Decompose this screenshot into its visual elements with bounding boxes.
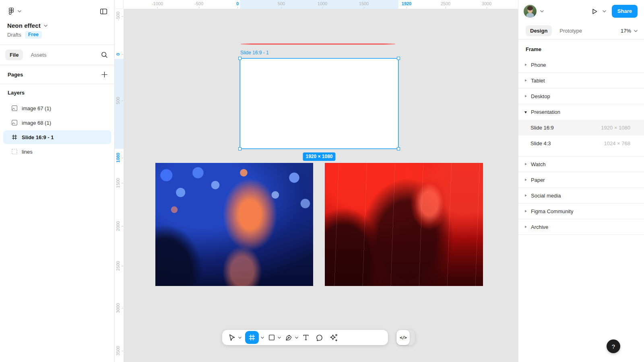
canvas[interactable]: -500 0 500 1080 1500 2000 2500 3000 3500… (115, 0, 518, 362)
resize-handle-nw[interactable] (238, 57, 242, 60)
chevron-down-icon[interactable] (540, 10, 544, 12)
chevron-down-icon[interactable] (278, 337, 281, 339)
frame-group-label: Watch (531, 161, 545, 167)
collapse-sidebar-button[interactable] (99, 7, 108, 16)
ruler-label: 1000 (318, 1, 327, 6)
file-title[interactable]: Neon effect (7, 22, 41, 29)
tab-prototype[interactable]: Prototype (559, 28, 582, 34)
frame-group-archive[interactable]: Archive (518, 219, 644, 235)
help-button[interactable]: ? (607, 339, 620, 353)
tab-design[interactable]: Design (526, 25, 552, 36)
ruler-label: 1500 (116, 178, 120, 188)
chevron-down-icon (18, 10, 21, 12)
logo-row (7, 6, 108, 16)
resize-handle-sw[interactable] (238, 147, 242, 150)
zoom-level-dropdown[interactable]: 17% (621, 28, 638, 34)
frame-group-desktop[interactable]: Desktop (518, 88, 644, 104)
frame-group-social-media[interactable]: Social media (518, 188, 644, 204)
pen-tool-button[interactable] (285, 333, 293, 342)
chevron-down-icon[interactable] (603, 10, 606, 12)
chevron-down-icon[interactable] (44, 25, 47, 27)
frame-option-size: 1024 × 768 (604, 140, 630, 146)
frame-group-figma-community[interactable]: Figma Community (518, 204, 644, 219)
add-page-button[interactable] (101, 71, 108, 78)
frame-option-slide-4-3[interactable]: Slide 4:3 1024 × 768 (518, 136, 644, 151)
frame-group-label: Figma Community (531, 208, 573, 214)
image-icon (11, 119, 18, 126)
frame-size-badge: 1920 × 1080 (303, 152, 335, 161)
frame-group-presentation[interactable]: Presentation (518, 104, 644, 120)
comment-tool-button[interactable] (315, 333, 324, 342)
bottom-toolbar (222, 330, 388, 345)
layer-row-image-67[interactable]: image 67 (1) (3, 101, 111, 115)
ruler-label: 1920 (402, 1, 411, 6)
frame-option-slide-16-9[interactable]: Slide 16:9 1920 × 1080 (518, 120, 644, 136)
shape-tool-button[interactable] (268, 333, 276, 341)
chevron-down-icon[interactable] (261, 337, 264, 339)
tab-file[interactable]: File (5, 49, 23, 60)
ruler-label: 3500 (116, 346, 120, 356)
avatar[interactable] (524, 5, 537, 18)
zoom-level-value: 17% (621, 28, 631, 34)
frame-option-label: Slide 16:9 (530, 125, 554, 131)
layer-row-slide-16-9[interactable]: Slide 16:9 - 1 (3, 130, 111, 144)
frame-group-label: Desktop (531, 93, 550, 99)
frame-group-phone[interactable]: Phone (518, 57, 644, 73)
layer-label: image 68 (1) (22, 120, 51, 126)
red-line-object[interactable] (241, 43, 395, 45)
frame-tool-button[interactable] (245, 331, 259, 344)
ruler-label: -1000 (152, 1, 163, 6)
frame-group-label: Paper (531, 177, 545, 183)
ruler-label: 1500 (359, 1, 369, 6)
share-button[interactable]: Share (612, 5, 638, 18)
frame-templates-panel: Frame Phone Tablet Desktop Presentation (518, 39, 644, 235)
frame-group-label: Social media (531, 193, 561, 199)
ruler-label: 2500 (441, 1, 450, 6)
frame-group-tablet[interactable]: Tablet (518, 73, 644, 88)
text-tool-button[interactable] (302, 333, 310, 341)
move-tool-button[interactable] (228, 333, 236, 342)
layers-panel: Layers image 67 (1) image 68 (1) (0, 84, 114, 158)
layers-title: Layers (0, 90, 114, 101)
triangle-right-icon (524, 79, 527, 82)
ruler-tick (122, 308, 123, 309)
frame-group-watch[interactable]: Watch (518, 156, 644, 172)
pages-section: Pages (0, 65, 114, 84)
chevron-down-icon[interactable] (295, 337, 298, 339)
tab-assets[interactable]: Assets (31, 52, 46, 58)
triangle-down-icon (524, 111, 527, 114)
present-play-button[interactable] (590, 7, 599, 16)
ruler-label: 2000 (116, 221, 120, 231)
layer-row-image-68[interactable]: image 68 (1) (3, 116, 111, 130)
resize-handle-ne[interactable] (397, 57, 400, 60)
resize-handle-se[interactable] (397, 147, 400, 150)
right-sidebar-header: Share (518, 0, 644, 23)
frame-option-size: 1920 × 1080 (601, 125, 630, 131)
actions-tool-button[interactable] (329, 333, 338, 342)
layer-label: Slide 16:9 - 1 (22, 134, 54, 140)
selected-frame[interactable] (240, 59, 398, 148)
layer-label: image 67 (1) (22, 105, 51, 111)
code-icon: </> (396, 330, 410, 345)
ruler-tick (122, 101, 123, 101)
search-icon[interactable] (101, 51, 108, 58)
plan-badge[interactable]: Free (25, 31, 42, 39)
main-menu-button[interactable] (7, 7, 21, 16)
selected-frame-label[interactable]: Slide 16:9 - 1 (240, 50, 269, 56)
ruler-label: -500 (194, 1, 203, 6)
project-link[interactable]: Drafts (7, 32, 21, 38)
left-sidebar: Neon effect Drafts Free File Assets Page… (0, 0, 115, 362)
ruler-label: 2500 (116, 261, 120, 271)
frame-group-paper[interactable]: Paper (518, 172, 644, 188)
figma-logo-icon (7, 7, 15, 16)
layer-row-lines[interactable]: lines (3, 145, 111, 158)
left-sidebar-header: Neon effect Drafts Free (0, 0, 114, 45)
chevron-down-icon[interactable] (238, 337, 242, 339)
image-blue-neon-portrait[interactable] (155, 163, 313, 286)
triangle-right-icon (524, 210, 527, 213)
panel-title: Frame (518, 39, 644, 57)
ruler-tick (122, 54, 123, 55)
dev-mode-toggle[interactable]: </> (396, 330, 415, 345)
triangle-right-icon (524, 178, 527, 181)
image-red-portrait[interactable] (325, 163, 483, 286)
